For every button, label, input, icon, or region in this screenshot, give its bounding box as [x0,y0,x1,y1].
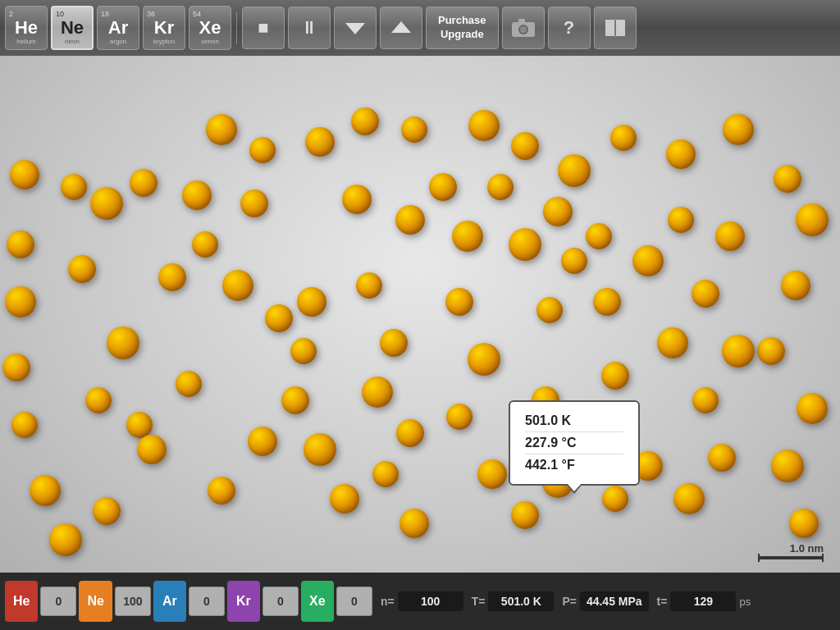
T-group: T= 501.0 K [472,591,555,611]
atom [632,245,664,276]
atom [93,497,121,525]
T-label: T= [472,595,486,608]
t-label: t= [657,595,668,608]
gas-count-xe: 0 [336,587,372,616]
book-icon [602,16,628,39]
atom [126,412,153,438]
atom [281,386,309,414]
temp-fahrenheit: 442.1 °F [525,454,623,476]
atom [2,354,30,381]
P-group: P= 44.45 MPa [562,591,648,611]
svg-marker-0 [345,23,365,34]
element-btn-ar[interactable]: 18 Ar argon [97,6,139,50]
atom [774,165,801,193]
atom [429,173,457,201]
fast-button[interactable] [380,7,422,49]
atom [666,139,696,169]
temperature-tooltip: 501.0 K 227.9 °C 442.1 °F [509,400,640,486]
atom [290,338,317,364]
atom [305,127,335,157]
n-value: 100 [398,591,463,611]
atom [797,393,828,424]
atomic-num-he: 2 [9,11,13,18]
gas-label-xe: Xe [301,581,334,622]
atom [356,272,382,299]
name-he: helium [16,39,36,45]
t-unit: ps [739,596,751,608]
atom [446,404,472,430]
gas-counts: He0Ne100Ar0Kr0Xe0 [5,581,372,622]
stop-button[interactable]: ■ [242,7,285,49]
atom [692,280,719,308]
atom [7,231,34,258]
atom [304,433,336,466]
n-label: n= [381,595,395,608]
atom [708,444,736,472]
atom [11,412,38,438]
fast-icon [390,16,413,39]
element-btn-ne[interactable]: 10 Ne neon [51,6,94,50]
T-value: 501.0 K [488,591,554,611]
simulation-area: 501.0 K 227.9 °C 442.1 °F 1.0 nm [0,56,840,573]
atom [586,223,612,249]
pause-button[interactable]: ⏸ [288,7,331,49]
atom [601,362,629,390]
atom [771,450,804,482]
atom [222,270,253,301]
help-button[interactable]: ? [548,7,591,49]
symbol-ne: Ne [61,18,84,38]
atom [176,371,202,397]
element-btn-xe[interactable]: 54 Xe xenon [189,6,231,50]
atom [342,185,372,214]
atom [511,132,539,160]
atom [536,297,563,323]
purchase-upgrade-button[interactable]: Purchase Upgrade [426,7,499,49]
atom [715,221,745,251]
atom [668,207,694,233]
atom [372,461,399,487]
atom [593,288,621,316]
t-group: t= 129 ps [657,591,751,611]
atom [657,327,688,358]
atom [265,304,293,332]
atom [511,501,539,529]
P-value: 44.45 MPa [580,591,649,611]
gas-count-ar: 0 [189,587,225,616]
gas-count-he: 0 [40,587,76,616]
symbol-ar: Ar [108,18,128,38]
svg-point-4 [520,26,527,33]
screenshot-button[interactable] [502,7,545,49]
gas-count-ne: 100 [115,587,151,616]
status-bar: He0Ne100Ar0Kr0Xe0 n= 100 T= 501.0 K P= 4… [0,573,840,630]
atom [137,435,167,464]
atom [399,509,429,538]
atom [673,483,705,514]
atom [330,484,359,514]
atom [692,387,719,413]
atom [158,263,186,291]
atom [543,197,573,226]
atom [130,169,158,197]
slow-button[interactable] [334,7,377,49]
atom [61,174,87,200]
atom [452,221,483,252]
atom [781,271,810,300]
symbol-he: He [15,18,38,38]
atom [49,523,82,556]
atom [396,419,424,447]
gas-count-kr: 0 [262,587,299,616]
atom [722,335,755,368]
P-label: P= [562,595,577,608]
element-btn-he[interactable]: 2 He helium [5,6,48,50]
atom [297,287,326,317]
name-ar: argon [110,39,126,45]
t-value: 129 [670,591,736,611]
element-btn-kr[interactable]: 36 Kr krypton [143,6,185,50]
atom [208,477,235,504]
book-button[interactable] [594,7,637,49]
gas-label-he: He [5,581,38,622]
atom [477,459,507,489]
gas-label-ne: Ne [79,581,112,622]
atom [182,180,212,210]
atom [796,203,829,236]
